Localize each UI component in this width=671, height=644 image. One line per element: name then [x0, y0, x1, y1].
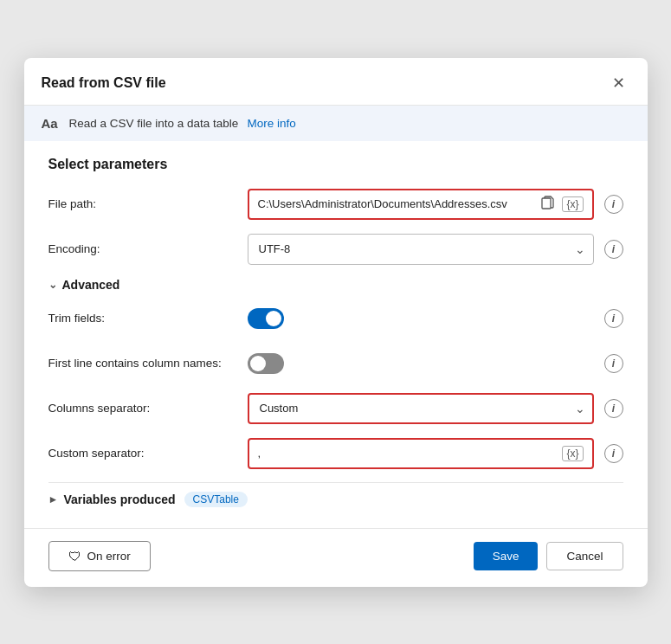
svg-rect-0 — [542, 198, 551, 209]
first-line-row: First line contains column names: i — [48, 347, 623, 380]
trim-fields-toggle[interactable] — [248, 308, 284, 329]
trim-fields-slider — [248, 308, 284, 329]
variables-badge: CSVTable — [184, 492, 248, 507]
file-path-icons: {x} — [539, 196, 583, 212]
more-info-link[interactable]: More info — [247, 117, 295, 130]
divider — [48, 482, 623, 483]
first-line-info-icon[interactable]: i — [604, 354, 623, 373]
title-bar: Read from CSV file ✕ — [24, 58, 648, 106]
footer-right: Save Cancel — [474, 542, 623, 570]
columns-separator-label: Columns separator: — [48, 402, 248, 415]
columns-separator-row: Columns separator: System default Comma … — [48, 392, 623, 425]
encoding-wrap: UTF-8 ASCII UTF-16 Windows-1252 ⌄ i — [248, 234, 623, 265]
file-path-info-icon[interactable]: i — [604, 195, 623, 214]
first-line-wrap: i — [248, 353, 623, 374]
info-bar: Aa Read a CSV file into a data table Mor… — [24, 106, 648, 141]
close-button[interactable]: ✕ — [607, 72, 630, 94]
aa-icon: Aa — [42, 116, 61, 131]
custom-separator-var-icon[interactable]: {x} — [562, 446, 583, 461]
cancel-button[interactable]: Cancel — [546, 542, 623, 570]
file-path-row: File path: C:\Users\Administrator\Docume… — [48, 188, 623, 221]
encoding-select-wrap: UTF-8 ASCII UTF-16 Windows-1252 ⌄ — [248, 234, 594, 265]
custom-separator-label: Custom separator: — [48, 447, 248, 460]
dialog-title: Read from CSV file — [42, 75, 166, 91]
file-path-input[interactable]: C:\Users\Administrator\Documents\Address… — [248, 189, 594, 220]
columns-separator-wrap: System default Comma Semicolon Tab Custo… — [248, 393, 623, 424]
trim-fields-info-icon[interactable]: i — [604, 309, 623, 328]
variables-header: ► Variables produced — [48, 493, 176, 506]
columns-separator-info-icon[interactable]: i — [604, 399, 623, 418]
footer: 🛡 On error Save Cancel — [24, 528, 648, 587]
first-line-toggle[interactable] — [248, 353, 284, 374]
advanced-header[interactable]: ⌄ Advanced — [48, 278, 623, 292]
columns-separator-select[interactable]: System default Comma Semicolon Tab Custo… — [248, 393, 594, 424]
first-line-slider — [248, 353, 284, 374]
file-var-button[interactable]: {x} — [562, 196, 583, 212]
advanced-label: Advanced — [62, 278, 120, 292]
advanced-chevron-icon: ⌄ — [48, 279, 57, 291]
trim-fields-row: Trim fields: i — [48, 302, 623, 335]
trim-fields-label: Trim fields: — [48, 312, 248, 325]
encoding-row: Encoding: UTF-8 ASCII UTF-16 Windows-125… — [48, 233, 623, 266]
on-error-button[interactable]: 🛡 On error — [48, 541, 151, 571]
footer-left: 🛡 On error — [48, 541, 151, 571]
shield-icon: 🛡 — [68, 549, 81, 564]
columns-separator-select-wrap: System default Comma Semicolon Tab Custo… — [248, 393, 594, 424]
dialog: Read from CSV file ✕ Aa Read a CSV file … — [24, 58, 648, 587]
variables-label: Variables produced — [63, 493, 175, 506]
first-line-label: First line contains column names: — [48, 357, 248, 370]
file-path-wrap: C:\Users\Administrator\Documents\Address… — [248, 189, 623, 220]
custom-separator-info-icon[interactable]: i — [604, 444, 623, 463]
custom-separator-row: Custom separator: , {x} i — [48, 437, 623, 470]
trim-fields-wrap: i — [248, 308, 623, 329]
main-content: Select parameters File path: C:\Users\Ad… — [24, 141, 648, 523]
file-browse-button[interactable] — [539, 196, 557, 212]
variables-section[interactable]: ► Variables produced CSVTable — [48, 492, 623, 507]
on-error-label: On error — [87, 550, 131, 563]
custom-separator-value: , — [258, 447, 558, 460]
file-path-value: C:\Users\Administrator\Documents\Address… — [258, 197, 533, 210]
info-bar-text: Read a CSV file into a data table — [69, 117, 239, 130]
encoding-label: Encoding: — [48, 242, 248, 255]
encoding-select[interactable]: UTF-8 ASCII UTF-16 Windows-1252 — [248, 234, 594, 265]
file-path-label: File path: — [48, 197, 248, 210]
save-button[interactable]: Save — [474, 542, 539, 570]
variables-chevron-icon: ► — [48, 493, 59, 506]
custom-separator-wrap: , {x} i — [248, 438, 623, 469]
section-title: Select parameters — [48, 157, 623, 172]
encoding-info-icon[interactable]: i — [604, 240, 623, 259]
custom-separator-input[interactable]: , {x} — [248, 438, 594, 469]
